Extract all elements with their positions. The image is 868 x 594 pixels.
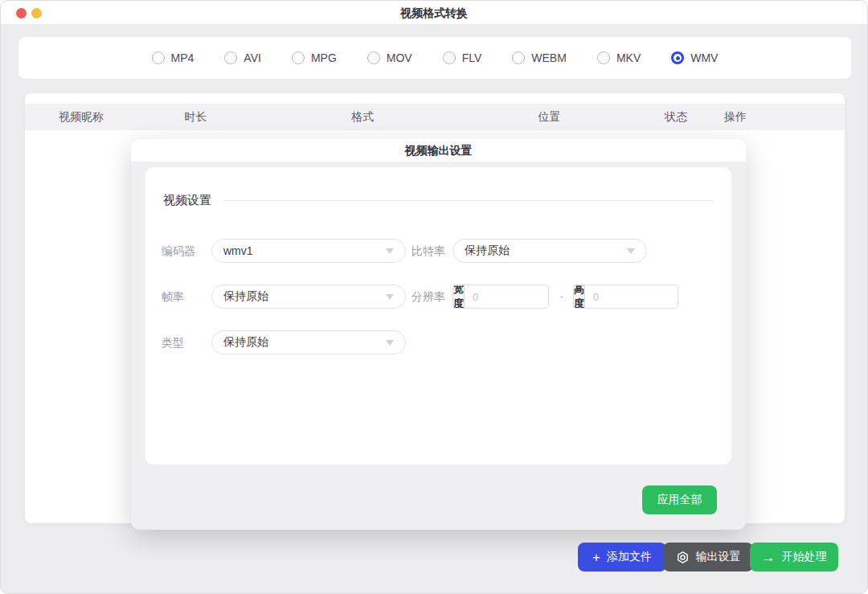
output-settings-button[interactable]: 输出设置: [663, 543, 753, 571]
width-addon-label: 宽度: [453, 285, 465, 308]
radio-icon[interactable]: [671, 51, 684, 64]
format-label: AVI: [244, 51, 261, 64]
radio-icon[interactable]: [597, 51, 610, 64]
width-input[interactable]: [465, 285, 549, 308]
start-processing-button[interactable]: → 开始处理: [750, 543, 838, 571]
framerate-label: 帧率: [162, 285, 184, 309]
video-settings-card: 视频设置 编码器 wmv1 比特率 保持原始 帧率 保持原始 分辨率 宽: [145, 167, 731, 465]
format-radio-option[interactable]: MPG: [292, 51, 337, 64]
encoder-label: 编码器: [162, 239, 195, 263]
radio-icon[interactable]: [292, 51, 305, 64]
add-files-button[interactable]: + 添加文件: [578, 543, 666, 571]
section-header: 视频设置: [163, 193, 714, 208]
format-label: WEBM: [531, 51, 567, 64]
section-divider: [223, 200, 714, 201]
bitrate-select[interactable]: 保持原始: [452, 239, 647, 263]
width-input-group: 宽度: [452, 285, 549, 309]
radio-icon[interactable]: [443, 51, 456, 64]
format-label: WMV: [690, 51, 718, 64]
arrow-right-icon: →: [762, 551, 776, 564]
chevron-down-icon: [386, 248, 394, 254]
bitrate-value: 保持原始: [465, 244, 627, 258]
framerate-select[interactable]: 保持原始: [211, 285, 406, 309]
format-radio-option[interactable]: WEBM: [512, 51, 567, 64]
format-radio-option[interactable]: MKV: [597, 51, 641, 64]
table-header-cell: 操作: [724, 110, 747, 125]
modal-header: 视频输出设置: [131, 139, 746, 162]
table-header-cell: 格式: [254, 110, 471, 125]
radio-icon[interactable]: [152, 51, 165, 64]
type-value: 保持原始: [223, 335, 386, 350]
table-header-cell: 时长: [137, 110, 254, 125]
encoder-select[interactable]: wmv1: [211, 239, 406, 263]
section-title: 视频设置: [163, 193, 211, 208]
height-addon-label: 高度: [574, 285, 585, 308]
settings-nut-icon: [676, 551, 690, 564]
format-label: MOV: [387, 51, 412, 64]
table-header-row: 视频昵称 时长 格式 位置 状态 操作: [25, 104, 845, 130]
modal-title: 视频输出设置: [131, 139, 746, 162]
plus-icon: +: [592, 551, 600, 564]
window-title: 视频格式转换: [1, 1, 867, 25]
format-radio-option[interactable]: MOV: [367, 51, 412, 64]
radio-icon[interactable]: [367, 51, 380, 64]
app-window: 视频格式转换 MP4 AVI MPG MOV: [0, 0, 868, 594]
format-label: MPG: [311, 51, 337, 64]
encoder-value: wmv1: [223, 244, 386, 257]
format-radio-option[interactable]: AVI: [224, 51, 261, 64]
type-select[interactable]: 保持原始: [211, 330, 406, 354]
format-radio-option[interactable]: FLV: [443, 51, 482, 64]
bitrate-label: 比特率: [411, 239, 445, 263]
apply-all-button[interactable]: 应用全部: [642, 485, 717, 514]
radio-icon[interactable]: [224, 51, 237, 64]
title-bar: 视频格式转换: [1, 1, 867, 25]
table-header-cell: 视频昵称: [25, 110, 137, 125]
height-input-group: 高度: [573, 285, 678, 309]
resolution-label: 分辨率: [411, 285, 445, 309]
format-selector-bar: MP4 AVI MPG MOV FLV: [18, 37, 851, 79]
table-header-cell: 状态: [628, 110, 724, 125]
resolution-separator: -: [554, 285, 570, 309]
format-label: MKV: [616, 51, 641, 64]
type-label: 类型: [162, 330, 184, 354]
chevron-down-icon: [627, 248, 635, 254]
table-header-cell: 位置: [471, 110, 628, 125]
chevron-down-icon: [386, 294, 394, 300]
height-input[interactable]: [585, 285, 678, 308]
framerate-value: 保持原始: [223, 289, 386, 304]
output-settings-label: 输出设置: [696, 550, 741, 564]
output-settings-modal: 视频输出设置 视频设置 编码器 wmv1 比特率 保持原始 帧率 保持原始: [131, 139, 746, 530]
chevron-down-icon: [386, 340, 394, 346]
format-radio-option[interactable]: WMV: [671, 51, 718, 64]
format-radio-option[interactable]: MP4: [152, 51, 194, 64]
format-label: FLV: [462, 51, 482, 64]
add-files-label: 添加文件: [607, 550, 652, 564]
radio-icon[interactable]: [512, 51, 525, 64]
format-label: MP4: [171, 51, 194, 64]
start-processing-label: 开始处理: [782, 550, 827, 564]
